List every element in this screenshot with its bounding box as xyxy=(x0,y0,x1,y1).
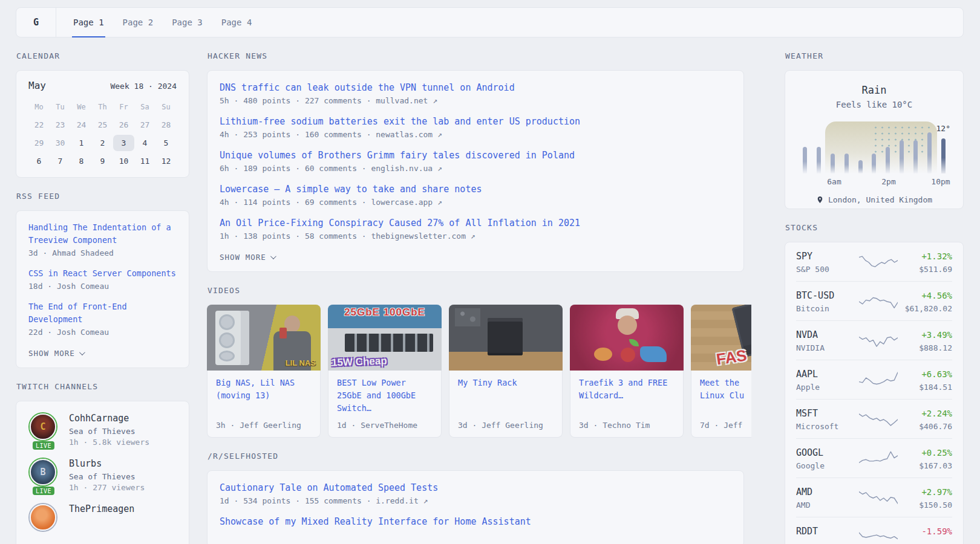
time-tick: 6am xyxy=(827,177,841,186)
calendar-header: May Week 18 · 2024 xyxy=(28,80,177,91)
stock-values: +2.97% $150.50 xyxy=(898,486,952,510)
weather-temp-bar xyxy=(872,154,876,173)
rss-item-meta: 18d · Josh Comeau xyxy=(28,282,177,291)
hn-item-meta: 5h · 480 points · 227 comments · mullvad… xyxy=(220,96,731,105)
calendar-day-header: Tu xyxy=(50,99,71,115)
stock-id: SPY S&P 500 xyxy=(796,250,859,274)
hn-item: Lithium-free sodium batteries exit the l… xyxy=(220,115,731,139)
stock-price: $184.51 xyxy=(898,383,952,392)
video-thumbnail xyxy=(570,305,684,371)
reddit-item-link[interactable]: Showcase of my Mixed Reality Interface f… xyxy=(220,515,731,528)
stock-price: $406.76 xyxy=(898,422,952,431)
video-card-25gbe-switch[interactable]: 25GbE 100GbE 15W Cheap BEST Low Power 25… xyxy=(328,305,442,438)
section-label-weather: WEATHER xyxy=(785,51,964,60)
rss-item-link[interactable]: CSS in React Server Components xyxy=(28,267,177,280)
stock-symbol: NVDA xyxy=(796,329,859,341)
video-card-traefik[interactable]: Traefik 3 and FREE Wildcard… 3d · Techno… xyxy=(570,305,684,438)
video-card-my-tiny-rack[interactable]: My Tiny Rack 3d · Jeff Geerling xyxy=(449,305,563,438)
video-card-body: My Tiny Rack 3d · Jeff Geerling xyxy=(449,371,563,438)
weather-time-axis: 6am 2pm 10pm xyxy=(803,177,946,187)
stock-symbol: BTC-USD xyxy=(796,290,859,302)
stock-change: +6.63% xyxy=(898,368,952,380)
video-title-link[interactable]: My Tiny Rack xyxy=(458,377,554,389)
calendar-day-header: Fr xyxy=(113,99,134,115)
rss-widget: RSS FEED Handling The Indentation of a T… xyxy=(16,192,189,368)
live-badge: LIVE xyxy=(33,487,54,495)
calendar-day: 1 xyxy=(71,135,92,151)
twitch-channel-cohhcarnage[interactable]: C LIVE CohhCarnage Sea of Thieves 1h · 5… xyxy=(28,412,177,447)
hn-item-meta: 4h · 114 points · 69 comments · lowercas… xyxy=(220,198,731,207)
calendar-day: 23 xyxy=(50,117,71,133)
calendar-day: 22 xyxy=(28,117,50,133)
docker-whale-graphic xyxy=(640,346,667,362)
hn-item-link[interactable]: Unique volumes of Brothers Grimm fairy t… xyxy=(220,149,731,162)
twitch-channel-name: CohhCarnage xyxy=(69,412,149,425)
twitch-channel-viewers: 1h · 277 viewers xyxy=(69,483,145,492)
stock-row-nvda[interactable]: NVDA NVIDIA +3.49% $888.12 xyxy=(796,320,952,360)
stock-change: -1.59% xyxy=(898,525,952,537)
weather-temp-bar xyxy=(858,160,863,173)
motherboard-graphic xyxy=(732,305,751,357)
video-thumbnail xyxy=(449,305,563,371)
section-label-videos: VIDEOS xyxy=(207,286,744,295)
tab-page-3[interactable]: Page 3 xyxy=(171,8,204,37)
calendar-day-header: Th xyxy=(92,99,113,115)
stock-name: Microsoft xyxy=(796,422,859,431)
stock-symbol: RDDT xyxy=(796,525,859,537)
video-title-link[interactable]: Traefik 3 and FREE Wildcard… xyxy=(579,377,675,402)
hn-item-meta: 6h · 189 points · 60 comments · english.… xyxy=(220,164,731,173)
section-label-hacker-news: HACKER NEWS xyxy=(207,51,744,60)
hn-item-link[interactable]: Lowercase – A simple way to take and sha… xyxy=(220,183,731,196)
video-card-body: Traefik 3 and FREE Wildcard… 3d · Techno… xyxy=(570,371,684,438)
section-label-stocks: STOCKS xyxy=(785,223,964,232)
twitch-channel-theprimeagen[interactable]: LIVE ThePrimeagen xyxy=(28,503,177,532)
twitch-channel-blurbs[interactable]: B LIVE Blurbs Sea of Thieves 1h · 277 vi… xyxy=(28,458,177,492)
rss-item-link[interactable]: Handling The Indentation of a Treeview C… xyxy=(28,221,177,247)
tab-page-1[interactable]: Page 1 xyxy=(72,8,105,37)
twitch-widget: TWITCH CHANNELS C LIVE CohhCarnage Sea o… xyxy=(16,382,189,544)
stock-row-msft[interactable]: MSFT Microsoft +2.24% $406.76 xyxy=(796,399,952,438)
video-title-link[interactable]: Meet the Linux Clu xyxy=(700,377,751,402)
hn-item-link[interactable]: Lithium-free sodium batteries exit the l… xyxy=(220,115,731,128)
stock-change: +2.97% xyxy=(898,486,952,498)
stock-sparkline xyxy=(859,332,898,350)
stock-symbol: AMD xyxy=(796,486,859,498)
calendar-day: 5 xyxy=(155,135,177,151)
video-card-big-nas[interactable]: LIL NAS Big NAS, Lil NAS (moving 13) 3h … xyxy=(207,305,321,438)
video-title-link[interactable]: BEST Low Power 25GbE and 100GbE Switch… xyxy=(337,377,433,415)
person-graphic xyxy=(273,331,311,371)
video-thumbnail: LIL NAS xyxy=(207,305,321,371)
rss-item: Handling The Indentation of a Treeview C… xyxy=(28,221,177,257)
dashboard-page: G Page 1 Page 2 Page 3 Page 4 CALENDAR M… xyxy=(0,0,980,544)
rss-show-more-button[interactable]: SHOW MORE xyxy=(28,349,83,358)
stock-row-spy[interactable]: SPY S&P 500 +1.32% $511.69 xyxy=(796,242,952,281)
stock-row-aapl[interactable]: AAPL Apple +6.63% $184.51 xyxy=(796,360,952,399)
stock-row-amd[interactable]: AMD AMD +2.97% $150.50 xyxy=(796,478,952,517)
stock-row-btc-usd[interactable]: BTC-USD Bitcoin +4.56% $61,820.02 xyxy=(796,281,952,320)
chevron-down-icon xyxy=(270,253,276,259)
tab-page-2[interactable]: Page 2 xyxy=(122,8,155,37)
thumbnail-text: 15W Cheap xyxy=(332,355,387,369)
stock-values: +0.25% $167.03 xyxy=(898,447,952,470)
stock-row-googl[interactable]: GOOGL Google +0.25% $167.03 xyxy=(796,438,952,478)
twitch-card: C LIVE CohhCarnage Sea of Thieves 1h · 5… xyxy=(16,401,189,544)
tab-page-4[interactable]: Page 4 xyxy=(220,8,253,37)
weather-bars xyxy=(803,123,946,173)
calendar-widget: CALENDAR May Week 18 · 2024 MoTuWeThFrSa… xyxy=(16,51,189,178)
hn-show-more-button[interactable]: SHOW MORE xyxy=(220,253,275,262)
rss-item-link[interactable]: The End of Front-End Development xyxy=(28,300,177,326)
twitch-avatar-wrap: LIVE xyxy=(28,503,59,532)
weather-condition: Rain xyxy=(795,84,953,96)
stock-row-rddt[interactable]: RDDT -1.59% xyxy=(796,517,952,544)
hn-item-link[interactable]: DNS traffic can leak outside the VPN tun… xyxy=(220,81,731,94)
calendar-day: 7 xyxy=(50,153,71,169)
app-logo[interactable]: G xyxy=(16,8,56,37)
hn-item-link[interactable]: An Oil Price-Fixing Conspiracy Caused 27… xyxy=(220,216,731,230)
weather-temp-bar xyxy=(831,154,835,173)
video-card-linux-cluster[interactable]: FAS Meet the Linux Clu 7d · Jeff xyxy=(691,305,751,438)
calendar-day-header: Mo xyxy=(28,99,50,115)
stock-change: +0.25% xyxy=(898,447,952,459)
reddit-item-link[interactable]: Cautionary Tale on Automated Speed Tests xyxy=(220,481,731,494)
video-title-link[interactable]: Big NAS, Lil NAS (moving 13) xyxy=(216,377,312,402)
calendar-month: May xyxy=(28,80,46,91)
